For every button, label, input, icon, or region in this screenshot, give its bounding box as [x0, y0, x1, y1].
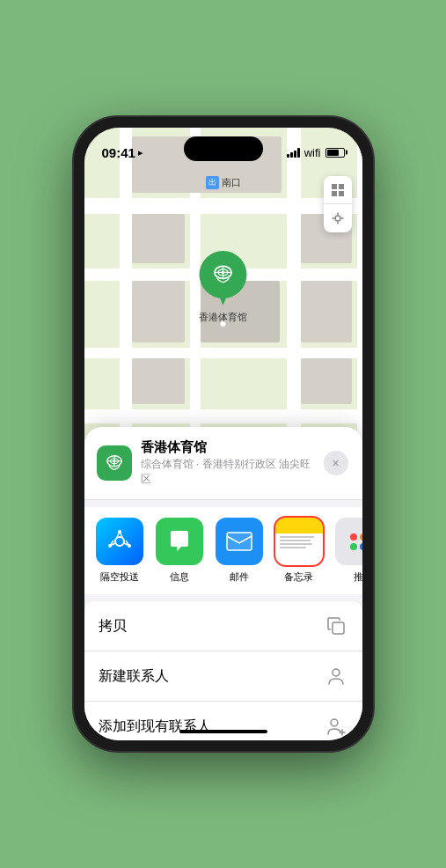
- map-area[interactable]: 出 南口 香港体育馆: [84, 128, 362, 453]
- location-logo: [97, 445, 132, 481]
- location-button[interactable]: [324, 204, 352, 232]
- messages-icon: [156, 518, 203, 565]
- status-time: 09:41: [102, 145, 135, 160]
- exit-label: 出: [206, 176, 219, 189]
- airdrop-icon: [96, 518, 143, 565]
- map-label: 出 南口: [206, 176, 241, 189]
- wifi-icon: wifi: [304, 146, 321, 159]
- new-contact-label: 新建联系人: [99, 667, 169, 686]
- svg-point-22: [333, 669, 340, 676]
- exit-name: 南口: [222, 176, 241, 189]
- location-info: 香港体育馆 综合体育馆 · 香港特别行政区 油尖旺区: [141, 439, 315, 487]
- map-type-button[interactable]: [324, 176, 352, 204]
- svg-rect-5: [332, 184, 337, 189]
- share-item-mail[interactable]: 邮件: [213, 518, 266, 584]
- venue-logo-icon: [104, 452, 125, 474]
- mail-label: 邮件: [230, 570, 249, 584]
- dynamic-island: [184, 136, 263, 161]
- person-icon: [324, 664, 348, 688]
- svg-point-4: [222, 271, 225, 275]
- menu-item-copy[interactable]: 拷贝: [84, 601, 362, 651]
- svg-point-16: [118, 530, 121, 533]
- battery-icon: [325, 148, 345, 158]
- location-pin: 香港体育馆: [199, 251, 247, 324]
- menu-item-add-contact[interactable]: 添加到现有联系人: [84, 702, 362, 740]
- more-icon: [335, 518, 362, 565]
- menu-item-new-contact[interactable]: 新建联系人: [84, 651, 362, 702]
- notes-label: 备忘录: [284, 570, 313, 584]
- map-controls: [324, 176, 352, 232]
- bottom-sheet: 香港体育馆 综合体育馆 · 香港特别行政区 油尖旺区 ×: [84, 427, 362, 740]
- menu-section: 拷贝 新建联系人: [84, 601, 362, 740]
- svg-point-14: [113, 460, 115, 462]
- home-indicator: [179, 730, 267, 733]
- signal-bars-icon: [287, 147, 300, 158]
- person-add-icon: [324, 714, 348, 739]
- svg-point-17: [108, 544, 112, 548]
- svg-rect-6: [339, 184, 344, 189]
- phone-screen: 09:41 ▸ wifi: [84, 128, 362, 740]
- stadium-icon: [211, 262, 236, 287]
- svg-point-23: [331, 719, 338, 726]
- phone-frame: 09:41 ▸ wifi: [74, 117, 373, 751]
- copy-icon: [324, 614, 348, 638]
- location-arrow-icon: ▸: [138, 147, 143, 158]
- messages-label: 信息: [170, 570, 189, 584]
- svg-point-15: [115, 537, 124, 546]
- svg-point-18: [128, 544, 131, 548]
- svg-point-9: [335, 216, 340, 221]
- notes-icon: [275, 518, 323, 565]
- svg-rect-7: [332, 191, 337, 196]
- share-actions-row: 隔空投送 信息: [84, 507, 362, 594]
- location-name: 香港体育馆: [141, 439, 315, 456]
- status-icons: wifi: [287, 146, 345, 159]
- svg-rect-21: [333, 622, 344, 634]
- airdrop-label: 隔空投送: [100, 570, 139, 584]
- close-button[interactable]: ×: [324, 451, 348, 475]
- location-header: 香港体育馆 综合体育馆 · 香港特别行政区 油尖旺区 ×: [84, 427, 362, 500]
- location-address: 综合体育馆 · 香港特别行政区 油尖旺区: [141, 457, 315, 487]
- share-item-more[interactable]: 推: [333, 518, 362, 584]
- share-item-notes[interactable]: 备忘录: [273, 518, 325, 584]
- copy-label: 拷贝: [99, 617, 127, 636]
- mail-icon: [216, 518, 263, 565]
- svg-rect-19: [227, 533, 252, 550]
- more-label: 推: [354, 570, 362, 584]
- share-item-airdrop[interactable]: 隔空投送: [93, 518, 146, 584]
- share-item-messages[interactable]: 信息: [153, 518, 206, 584]
- svg-rect-8: [339, 191, 344, 196]
